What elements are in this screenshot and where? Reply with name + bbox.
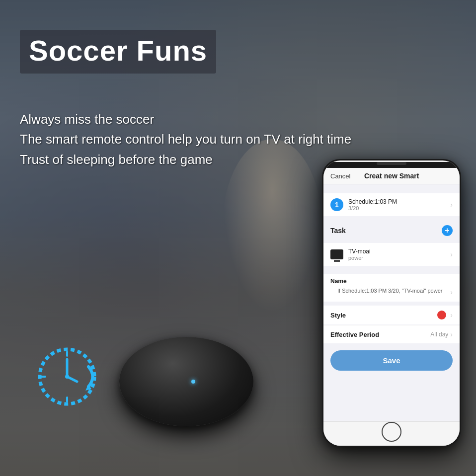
- schedule-sub: 3/20: [348, 205, 450, 211]
- subtitle-line-2: The smart remote control help you turn o…: [20, 132, 351, 147]
- schedule-row[interactable]: 1 Schedule:1:03 PM 3/20 ›: [323, 193, 460, 216]
- tv-sub: power: [348, 255, 450, 261]
- add-task-button[interactable]: +: [442, 225, 453, 236]
- puck-body: [119, 337, 253, 426]
- puck-led: [191, 380, 195, 384]
- title-block: Soccer Funs: [20, 30, 216, 74]
- style-chevron: ›: [450, 311, 453, 319]
- svg-point-3: [65, 375, 69, 379]
- effective-period-label: Effective Period: [330, 331, 430, 338]
- name-value: If Schedule:1:03 PM 3/20, "TV-moai" powe…: [330, 287, 450, 298]
- home-button[interactable]: [382, 422, 401, 442]
- style-row[interactable]: Style ›: [323, 306, 460, 324]
- subtitle-line-3: Trust of sleeping before the game: [20, 152, 213, 167]
- content-layer: Soccer Funs Always miss the soccer The s…: [0, 0, 476, 476]
- phone-container: Cancel Creat new Smart 1 Schedule:1:03 P…: [322, 159, 466, 466]
- tv-icon: [330, 249, 343, 259]
- effective-period-row[interactable]: Effective Period All day ›: [323, 325, 460, 343]
- app-screen: Cancel Creat new Smart 1 Schedule:1:03 P…: [323, 168, 460, 421]
- app-header: Cancel Creat new Smart: [323, 168, 460, 184]
- tv-chevron: ›: [450, 250, 453, 258]
- save-btn-container: Save: [323, 343, 460, 378]
- subtitle-text: Always miss the soccer The smart remote …: [20, 109, 351, 169]
- schedule-section: 1 Schedule:1:03 PM 3/20 ›: [323, 193, 460, 216]
- clock-icon: [30, 337, 109, 416]
- task-section-header: Task +: [323, 220, 460, 238]
- phone-body: Cancel Creat new Smart 1 Schedule:1:03 P…: [322, 159, 461, 447]
- task-section: TV-moai power ›: [323, 243, 460, 266]
- app-title: Creat new Smart: [364, 172, 419, 180]
- subtitle-block: Always miss the soccer The smart remote …: [20, 109, 351, 169]
- subtitle-line-1: Always miss the soccer: [20, 112, 154, 127]
- save-button[interactable]: Save: [330, 350, 453, 371]
- device-puck: [119, 337, 253, 436]
- cancel-button[interactable]: Cancel: [330, 172, 350, 180]
- tv-content: TV-moai power: [348, 248, 450, 261]
- schedule-label: Schedule:1:03 PM: [348, 198, 450, 205]
- name-label: Name: [323, 274, 460, 286]
- schedule-chevron: ›: [450, 201, 453, 209]
- main-title: Soccer Funs: [29, 35, 207, 67]
- phone-speaker: [377, 162, 406, 165]
- style-color-dot: [437, 311, 446, 319]
- phone-top-bar: [323, 162, 460, 168]
- add-icon: +: [445, 226, 449, 235]
- name-section: Name If Schedule:1:03 PM 3/20, "TV-moai"…: [323, 274, 460, 302]
- style-label: Style: [330, 312, 437, 319]
- schedule-icon: 1: [330, 198, 343, 211]
- name-chevron: ›: [450, 288, 453, 296]
- task-label: Task: [330, 227, 346, 235]
- tv-row[interactable]: TV-moai power ›: [323, 243, 460, 266]
- schedule-content: Schedule:1:03 PM 3/20: [348, 198, 450, 211]
- effective-period-value: All day: [430, 331, 448, 338]
- phone-screen: Cancel Creat new Smart 1 Schedule:1:03 P…: [323, 160, 460, 446]
- tv-name: TV-moai: [348, 248, 450, 255]
- effective-chevron: ›: [450, 330, 453, 338]
